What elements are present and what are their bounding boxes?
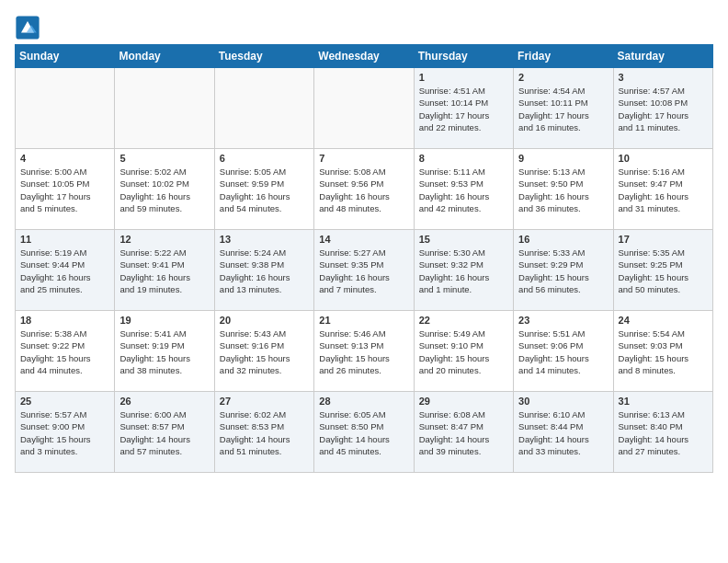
day-number: 13 <box>220 234 309 245</box>
cell-info: Sunrise: 5:35 AM Sunset: 9:25 PM Dayligh… <box>619 247 708 295</box>
cell-info: Sunrise: 5:57 AM Sunset: 9:00 PM Dayligh… <box>20 408 109 457</box>
calendar-cell: 19Sunrise: 5:41 AM Sunset: 9:19 PM Dayli… <box>115 311 214 392</box>
calendar-cell: 29Sunrise: 6:08 AM Sunset: 8:47 PM Dayli… <box>414 392 513 473</box>
week-row-1: 4Sunrise: 5:00 AM Sunset: 10:05 PM Dayli… <box>16 149 713 230</box>
day-number: 22 <box>419 315 508 326</box>
calendar-cell <box>314 68 414 149</box>
cell-info: Sunrise: 5:05 AM Sunset: 9:59 PM Dayligh… <box>220 166 309 214</box>
week-row-2: 11Sunrise: 5:19 AM Sunset: 9:44 PM Dayli… <box>16 230 713 311</box>
calendar-cell <box>214 68 313 149</box>
calendar-cell: 6Sunrise: 5:05 AM Sunset: 9:59 PM Daylig… <box>214 149 313 230</box>
weekday-thursday: Thursday <box>414 45 513 68</box>
calendar-cell: 13Sunrise: 5:24 AM Sunset: 9:38 PM Dayli… <box>214 230 313 311</box>
day-number: 5 <box>119 153 209 164</box>
calendar-cell: 7Sunrise: 5:08 AM Sunset: 9:56 PM Daylig… <box>314 149 414 230</box>
cell-info: Sunrise: 5:46 AM Sunset: 9:13 PM Dayligh… <box>319 327 408 376</box>
calendar-cell: 22Sunrise: 5:49 AM Sunset: 9:10 PM Dayli… <box>414 311 513 392</box>
cell-info: Sunrise: 5:49 AM Sunset: 9:10 PM Dayligh… <box>419 327 508 376</box>
calendar-cell: 17Sunrise: 5:35 AM Sunset: 9:25 PM Dayli… <box>613 230 712 311</box>
day-number: 23 <box>518 315 608 326</box>
calendar-cell: 30Sunrise: 6:10 AM Sunset: 8:44 PM Dayli… <box>514 392 613 473</box>
calendar-cell <box>115 68 214 149</box>
cell-info: Sunrise: 6:10 AM Sunset: 8:44 PM Dayligh… <box>518 408 608 457</box>
calendar-cell: 14Sunrise: 5:27 AM Sunset: 9:35 PM Dayli… <box>314 230 414 311</box>
day-number: 17 <box>619 234 708 245</box>
calendar-cell: 9Sunrise: 5:13 AM Sunset: 9:50 PM Daylig… <box>514 149 613 230</box>
calendar-cell: 31Sunrise: 6:13 AM Sunset: 8:40 PM Dayli… <box>613 392 712 473</box>
day-number: 11 <box>20 234 109 245</box>
day-number: 12 <box>119 234 209 245</box>
cell-info: Sunrise: 5:19 AM Sunset: 9:44 PM Dayligh… <box>20 247 109 295</box>
cell-info: Sunrise: 5:38 AM Sunset: 9:22 PM Dayligh… <box>20 327 109 376</box>
cell-info: Sunrise: 5:00 AM Sunset: 10:05 PM Daylig… <box>20 166 109 214</box>
day-number: 8 <box>419 153 508 164</box>
week-row-0: 1Sunrise: 4:51 AM Sunset: 10:14 PM Dayli… <box>16 68 713 149</box>
day-number: 26 <box>119 396 209 407</box>
cell-info: Sunrise: 6:05 AM Sunset: 8:50 PM Dayligh… <box>319 408 408 457</box>
day-number: 31 <box>619 396 708 407</box>
day-number: 4 <box>20 153 109 164</box>
page-header <box>15 15 713 40</box>
cell-info: Sunrise: 5:43 AM Sunset: 9:16 PM Dayligh… <box>220 327 309 376</box>
day-number: 29 <box>419 396 508 407</box>
calendar-cell: 16Sunrise: 5:33 AM Sunset: 9:29 PM Dayli… <box>514 230 613 311</box>
weekday-header-row: SundayMondayTuesdayWednesdayThursdayFrid… <box>16 45 713 68</box>
weekday-friday: Friday <box>514 45 613 68</box>
calendar-cell: 8Sunrise: 5:11 AM Sunset: 9:53 PM Daylig… <box>414 149 513 230</box>
day-number: 25 <box>20 396 109 407</box>
cell-info: Sunrise: 5:13 AM Sunset: 9:50 PM Dayligh… <box>518 166 608 214</box>
cell-info: Sunrise: 5:16 AM Sunset: 9:47 PM Dayligh… <box>619 166 708 214</box>
calendar-cell: 28Sunrise: 6:05 AM Sunset: 8:50 PM Dayli… <box>314 392 414 473</box>
logo <box>15 15 44 40</box>
weekday-tuesday: Tuesday <box>214 45 313 68</box>
calendar-table: SundayMondayTuesdayWednesdayThursdayFrid… <box>15 44 713 473</box>
calendar-cell <box>16 68 115 149</box>
cell-info: Sunrise: 5:41 AM Sunset: 9:19 PM Dayligh… <box>119 327 209 376</box>
calendar-cell: 23Sunrise: 5:51 AM Sunset: 9:06 PM Dayli… <box>514 311 613 392</box>
logo-icon <box>15 15 40 40</box>
day-number: 20 <box>220 315 309 326</box>
calendar-cell: 11Sunrise: 5:19 AM Sunset: 9:44 PM Dayli… <box>16 230 115 311</box>
weekday-sunday: Sunday <box>16 45 115 68</box>
cell-info: Sunrise: 6:08 AM Sunset: 8:47 PM Dayligh… <box>419 408 508 457</box>
calendar-body: 1Sunrise: 4:51 AM Sunset: 10:14 PM Dayli… <box>16 68 713 473</box>
day-number: 2 <box>518 72 608 83</box>
calendar-cell: 10Sunrise: 5:16 AM Sunset: 9:47 PM Dayli… <box>613 149 712 230</box>
calendar-cell: 21Sunrise: 5:46 AM Sunset: 9:13 PM Dayli… <box>314 311 414 392</box>
day-number: 28 <box>319 396 408 407</box>
week-row-4: 25Sunrise: 5:57 AM Sunset: 9:00 PM Dayli… <box>16 392 713 473</box>
week-row-3: 18Sunrise: 5:38 AM Sunset: 9:22 PM Dayli… <box>16 311 713 392</box>
cell-info: Sunrise: 4:51 AM Sunset: 10:14 PM Daylig… <box>419 85 508 133</box>
cell-info: Sunrise: 6:13 AM Sunset: 8:40 PM Dayligh… <box>619 408 708 457</box>
calendar-cell: 4Sunrise: 5:00 AM Sunset: 10:05 PM Dayli… <box>16 149 115 230</box>
calendar-cell: 27Sunrise: 6:02 AM Sunset: 8:53 PM Dayli… <box>214 392 313 473</box>
day-number: 16 <box>518 234 608 245</box>
calendar-cell: 15Sunrise: 5:30 AM Sunset: 9:32 PM Dayli… <box>414 230 513 311</box>
calendar-cell: 25Sunrise: 5:57 AM Sunset: 9:00 PM Dayli… <box>16 392 115 473</box>
weekday-wednesday: Wednesday <box>314 45 414 68</box>
cell-info: Sunrise: 5:02 AM Sunset: 10:02 PM Daylig… <box>119 166 209 214</box>
day-number: 18 <box>20 315 109 326</box>
calendar-cell: 12Sunrise: 5:22 AM Sunset: 9:41 PM Dayli… <box>115 230 214 311</box>
day-number: 6 <box>220 153 309 164</box>
calendar-cell: 2Sunrise: 4:54 AM Sunset: 10:11 PM Dayli… <box>514 68 613 149</box>
cell-info: Sunrise: 5:22 AM Sunset: 9:41 PM Dayligh… <box>119 247 209 295</box>
day-number: 14 <box>319 234 408 245</box>
cell-info: Sunrise: 5:27 AM Sunset: 9:35 PM Dayligh… <box>319 247 408 295</box>
calendar-cell: 24Sunrise: 5:54 AM Sunset: 9:03 PM Dayli… <box>613 311 712 392</box>
cell-info: Sunrise: 5:08 AM Sunset: 9:56 PM Dayligh… <box>319 166 408 214</box>
day-number: 15 <box>419 234 508 245</box>
cell-info: Sunrise: 5:30 AM Sunset: 9:32 PM Dayligh… <box>419 247 508 295</box>
cell-info: Sunrise: 5:33 AM Sunset: 9:29 PM Dayligh… <box>518 247 608 295</box>
calendar-cell: 5Sunrise: 5:02 AM Sunset: 10:02 PM Dayli… <box>115 149 214 230</box>
cell-info: Sunrise: 4:54 AM Sunset: 10:11 PM Daylig… <box>518 85 608 133</box>
calendar-cell: 1Sunrise: 4:51 AM Sunset: 10:14 PM Dayli… <box>414 68 513 149</box>
day-number: 27 <box>220 396 309 407</box>
calendar-cell: 3Sunrise: 4:57 AM Sunset: 10:08 PM Dayli… <box>613 68 712 149</box>
day-number: 21 <box>319 315 408 326</box>
day-number: 1 <box>419 72 508 83</box>
cell-info: Sunrise: 6:02 AM Sunset: 8:53 PM Dayligh… <box>220 408 309 457</box>
day-number: 7 <box>319 153 408 164</box>
cell-info: Sunrise: 6:00 AM Sunset: 8:57 PM Dayligh… <box>119 408 209 457</box>
weekday-saturday: Saturday <box>613 45 712 68</box>
